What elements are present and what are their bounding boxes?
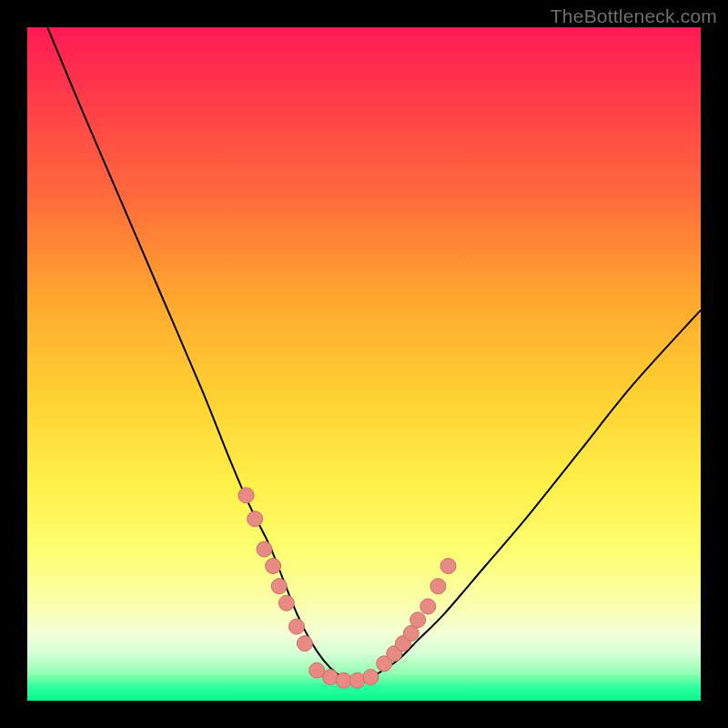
curve-layer bbox=[27, 27, 701, 701]
bottleneck-curve bbox=[47, 27, 701, 682]
data-dots bbox=[238, 488, 456, 689]
data-dot bbox=[248, 511, 263, 527]
chart-frame: TheBottleneck.com bbox=[0, 0, 728, 728]
plot-area bbox=[27, 27, 701, 701]
data-dot bbox=[257, 541, 272, 557]
data-dot bbox=[289, 619, 305, 634]
data-dot bbox=[349, 672, 365, 688]
data-dot bbox=[238, 488, 254, 503]
watermark-text: TheBottleneck.com bbox=[551, 5, 717, 27]
data-dot bbox=[363, 670, 379, 685]
data-dot bbox=[297, 636, 312, 652]
data-dot bbox=[271, 579, 287, 594]
data-dot bbox=[266, 559, 281, 574]
data-dot bbox=[323, 670, 339, 685]
data-dot bbox=[278, 595, 294, 611]
data-dot bbox=[430, 579, 446, 594]
data-dot bbox=[440, 559, 456, 574]
data-dot bbox=[410, 612, 426, 628]
data-dot bbox=[420, 599, 436, 614]
